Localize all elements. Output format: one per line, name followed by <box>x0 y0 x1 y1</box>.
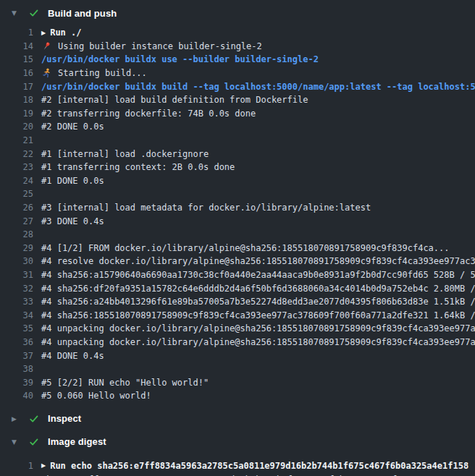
success-check-icon <box>29 437 39 447</box>
log-text: #4 sha256:a15790640a6690aa1730c38cf0a440… <box>41 270 475 280</box>
workflow-log-viewer: ▼Build and push1▶Run ./14Using builder i… <box>0 0 475 476</box>
log-text: #4 resolve docker.io/library/alpine@sha2… <box>41 256 475 266</box>
log-line: 33#4 sha256:a24bb4013296f61e89ba57005a7b… <box>0 295 475 309</box>
section-title: Build and push <box>48 8 117 19</box>
log-text: #1 DONE 0.0s <box>41 176 104 186</box>
log-text: #1 transferring context: 2B 0.0s done <box>41 162 235 172</box>
line-number[interactable]: 23 <box>0 162 33 172</box>
log-text: #5 [2/2] RUN echo "Hello world!" <box>41 378 209 388</box>
section-title: Inspect <box>48 413 81 424</box>
log-text: #2 [internal] load build definition from… <box>41 95 308 105</box>
log-line: 35#4 unpacking docker.io/library/alpine@… <box>0 322 475 336</box>
expand-run-icon[interactable]: ▶ <box>41 30 46 36</box>
line-number[interactable]: 16 <box>0 68 33 78</box>
log-text-content: #4 sha256:a24bb4013296f61e89ba57005a7b3e… <box>41 297 475 307</box>
log-line: 24#1 DONE 0.0s <box>0 174 475 188</box>
log-text-content: #4 sha256:a15790640a6690aa1730c38cf0a440… <box>41 270 475 280</box>
log-line: 21 <box>0 134 475 148</box>
log-text: #5 0.060 Hello world! <box>41 391 151 401</box>
log-line: 37#4 DONE 0.4s <box>0 349 475 362</box>
line-number[interactable]: 36 <box>0 337 33 347</box>
line-number[interactable]: 19 <box>0 109 33 119</box>
line-number[interactable]: 37 <box>0 351 33 361</box>
line-number[interactable]: 31 <box>0 270 33 280</box>
log-text-content: #4 resolve docker.io/library/alpine@sha2… <box>41 256 475 266</box>
log-line: 26#3 [internal] load metadata for docker… <box>0 201 475 215</box>
line-number[interactable]: 21 <box>0 135 33 145</box>
section-header-inspect[interactable]: ▶Inspect <box>0 412 475 426</box>
line-number[interactable]: 17 <box>0 82 33 92</box>
line-number[interactable]: 33 <box>0 297 33 307</box>
log-text-content: #5 [2/2] RUN echo "Hello world!" <box>41 378 209 388</box>
line-number[interactable]: 29 <box>0 243 33 253</box>
line-number[interactable]: 20 <box>0 122 33 132</box>
line-number[interactable]: 34 <box>0 310 33 320</box>
run-step-group[interactable]: ▶Run ./ <box>41 27 82 38</box>
line-number[interactable]: 28 <box>0 229 33 239</box>
line-number[interactable]: 26 <box>0 203 33 213</box>
line-number[interactable]: 15 <box>0 54 33 64</box>
log-text-content: #1 transferring context: 2B 0.0s done <box>41 162 235 172</box>
log-line: 27#3 DONE 0.4s <box>0 214 475 228</box>
line-number[interactable]: 32 <box>0 284 33 294</box>
log-line: 29#4 [1/2] FROM docker.io/library/alpine… <box>0 242 475 255</box>
log-line: 14Using builder instance builder-single-… <box>0 40 475 54</box>
log-line: 31#4 sha256:a15790640a6690aa1730c38cf0a4… <box>0 268 475 282</box>
runner-icon <box>41 68 51 78</box>
chevron-right-icon[interactable]: ▶ <box>12 415 19 422</box>
line-number[interactable]: 24 <box>0 176 33 186</box>
log-text-content: #2 transferring dockerfile: 74B 0.0s don… <box>41 109 256 119</box>
expand-run-icon[interactable]: ▶ <box>41 462 46 469</box>
line-number[interactable]: 35 <box>0 323 33 333</box>
log-text-content: #3 DONE 0.4s <box>41 216 104 226</box>
log-text-content: #1 [internal] load .dockerignore <box>41 149 209 159</box>
section-inspect: ▶Inspect <box>0 412 475 426</box>
line-number[interactable]: 22 <box>0 149 33 159</box>
log-line: 4sha256:e7ff8834a5963a2785c5a0811e979d16… <box>0 472 475 476</box>
log-line: 25 <box>0 187 475 201</box>
log-text-content: /usr/bin/docker buildx use --builder bui… <box>41 54 319 64</box>
log-line: 19#2 transferring dockerfile: 74B 0.0s d… <box>0 107 475 121</box>
log-text-content: Run echo sha256:e7ff8834a5963a2785c5a081… <box>50 461 468 471</box>
line-number[interactable]: 27 <box>0 216 33 226</box>
line-number[interactable]: 1 <box>0 461 33 471</box>
line-number[interactable]: 38 <box>0 364 33 374</box>
log-line: 20#2 DONE 0.0s <box>0 120 475 134</box>
section-header-build-and-push[interactable]: ▼Build and push <box>0 6 475 20</box>
log-text: /usr/bin/docker buildx build --tag local… <box>41 82 475 92</box>
chevron-down-icon[interactable]: ▼ <box>12 438 19 446</box>
line-number[interactable]: 25 <box>0 189 33 199</box>
log-text-content: #4 sha256:df20fa9351a15782c64e6dddb2d4a6… <box>41 284 475 294</box>
log-text: #4 sha256:185518070891758909c9f839cf4ca3… <box>41 310 475 320</box>
pin-icon <box>41 41 51 51</box>
line-number[interactable]: 30 <box>0 256 33 266</box>
log-block: 1▶Run ./14Using builder instance builder… <box>0 26 475 403</box>
chevron-down-icon[interactable]: ▼ <box>12 9 19 17</box>
log-text-content: Starting build... <box>58 68 147 78</box>
log-line: 34#4 sha256:185518070891758909c9f839cf4c… <box>0 308 475 322</box>
log-line: 30#4 resolve docker.io/library/alpine@sh… <box>0 255 475 268</box>
log-line: 38 <box>0 362 475 376</box>
line-number[interactable]: 40 <box>0 391 33 401</box>
log-text-content: #1 DONE 0.0s <box>41 176 104 186</box>
line-number[interactable]: 39 <box>0 378 33 388</box>
log-text-content: /usr/bin/docker buildx build --tag local… <box>41 82 475 92</box>
line-number[interactable]: 1 <box>0 27 33 38</box>
section-header-image-digest[interactable]: ▼Image digest <box>0 435 475 449</box>
log-text: #4 DONE 0.4s <box>41 351 104 361</box>
log-text: Using builder instance builder-single-2 <box>41 41 262 51</box>
log-text-content: Using builder instance builder-single-2 <box>58 41 262 51</box>
line-number[interactable]: 18 <box>0 95 33 105</box>
log-text-content: #2 [internal] load build definition from… <box>41 95 308 105</box>
section-image-digest: ▼Image digest1▶Run echo sha256:e7ff8834a… <box>0 435 475 476</box>
run-step-group[interactable]: ▶Run echo sha256:e7ff8834a5963a2785c5a08… <box>41 461 468 471</box>
log-text-content: #3 [internal] load metadata for docker.i… <box>41 203 371 213</box>
log-text: /usr/bin/docker buildx use --builder bui… <box>41 54 319 64</box>
log-text-content: #2 DONE 0.0s <box>41 122 104 132</box>
log-line: 17/usr/bin/docker buildx build --tag loc… <box>0 80 475 93</box>
line-number[interactable]: 14 <box>0 41 33 51</box>
section-build-and-push: ▼Build and push1▶Run ./14Using builder i… <box>0 6 475 403</box>
log-line: 32#4 sha256:df20fa9351a15782c64e6dddb2d4… <box>0 281 475 295</box>
log-text-content: #4 sha256:185518070891758909c9f839cf4ca3… <box>41 310 475 320</box>
log-text: #4 unpacking docker.io/library/alpine@sh… <box>41 323 475 333</box>
